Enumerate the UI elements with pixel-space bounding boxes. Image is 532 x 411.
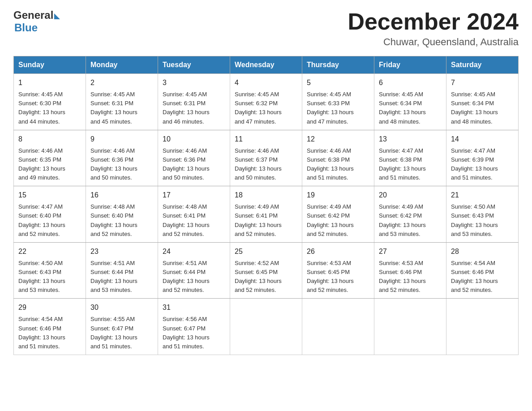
calendar-day-cell	[230, 299, 302, 355]
day-info: Sunrise: 4:51 AMSunset: 6:44 PMDaylight:…	[90, 259, 153, 295]
calendar-day-cell: 14 Sunrise: 4:47 AMSunset: 6:39 PMDaylig…	[446, 130, 519, 186]
day-info: Sunrise: 4:45 AMSunset: 6:31 PMDaylight:…	[163, 90, 225, 126]
day-number: 2	[90, 77, 153, 88]
header-saturday: Saturday	[446, 56, 519, 74]
calendar-day-cell: 20 Sunrise: 4:49 AMSunset: 6:42 PMDaylig…	[374, 186, 446, 243]
header-tuesday: Tuesday	[158, 56, 230, 74]
calendar-day-cell	[302, 299, 374, 355]
day-number: 24	[163, 246, 225, 257]
day-number: 3	[163, 77, 225, 88]
day-info: Sunrise: 4:55 AMSunset: 6:47 PMDaylight:…	[90, 315, 153, 351]
day-number: 13	[379, 134, 442, 145]
day-number: 25	[235, 246, 297, 257]
day-info: Sunrise: 4:45 AMSunset: 6:34 PMDaylight:…	[379, 90, 442, 126]
calendar-day-cell: 4 Sunrise: 4:45 AMSunset: 6:32 PMDayligh…	[230, 74, 302, 130]
day-number: 15	[18, 190, 81, 201]
day-info: Sunrise: 4:53 AMSunset: 6:46 PMDaylight:…	[379, 259, 442, 295]
calendar-day-cell: 22 Sunrise: 4:50 AMSunset: 6:43 PMDaylig…	[14, 242, 86, 299]
calendar-title: December 2024	[348, 9, 519, 34]
day-number: 12	[307, 134, 369, 145]
day-number: 17	[163, 190, 225, 201]
day-info: Sunrise: 4:47 AMSunset: 6:38 PMDaylight:…	[379, 146, 442, 183]
title-section: December 2024 Chuwar, Queensland, Austra…	[348, 9, 519, 48]
day-info: Sunrise: 4:47 AMSunset: 6:40 PMDaylight:…	[18, 202, 81, 239]
calendar-day-cell: 30 Sunrise: 4:55 AMSunset: 6:47 PMDaylig…	[86, 299, 158, 355]
header-thursday: Thursday	[302, 56, 374, 74]
calendar-day-cell: 10 Sunrise: 4:46 AMSunset: 6:36 PMDaylig…	[158, 130, 230, 186]
day-info: Sunrise: 4:51 AMSunset: 6:44 PMDaylight:…	[163, 259, 225, 295]
calendar-day-cell: 26 Sunrise: 4:53 AMSunset: 6:45 PMDaylig…	[302, 242, 374, 299]
day-number: 22	[18, 246, 81, 257]
day-number: 16	[90, 190, 153, 201]
calendar-day-cell: 18 Sunrise: 4:49 AMSunset: 6:41 PMDaylig…	[230, 186, 302, 243]
day-number: 10	[163, 134, 225, 145]
day-info: Sunrise: 4:45 AMSunset: 6:33 PMDaylight:…	[307, 90, 369, 126]
day-number: 28	[451, 246, 514, 257]
header-monday: Monday	[86, 56, 158, 74]
day-number: 1	[18, 77, 81, 88]
day-number: 20	[379, 190, 442, 201]
calendar-day-cell: 19 Sunrise: 4:49 AMSunset: 6:42 PMDaylig…	[302, 186, 374, 243]
day-number: 19	[307, 190, 369, 201]
logo: General Blue	[13, 9, 60, 34]
calendar-day-cell: 6 Sunrise: 4:45 AMSunset: 6:34 PMDayligh…	[374, 74, 446, 130]
logo-arrow-icon	[54, 13, 60, 19]
day-info: Sunrise: 4:48 AMSunset: 6:41 PMDaylight:…	[163, 202, 225, 239]
day-info: Sunrise: 4:47 AMSunset: 6:39 PMDaylight:…	[451, 146, 514, 183]
day-info: Sunrise: 4:48 AMSunset: 6:40 PMDaylight:…	[90, 202, 153, 239]
page-header: General Blue December 2024 Chuwar, Queen…	[13, 9, 519, 48]
header-wednesday: Wednesday	[230, 56, 302, 74]
calendar-day-cell: 8 Sunrise: 4:46 AMSunset: 6:35 PMDayligh…	[14, 130, 86, 186]
day-info: Sunrise: 4:50 AMSunset: 6:43 PMDaylight:…	[18, 259, 81, 295]
day-info: Sunrise: 4:46 AMSunset: 6:35 PMDaylight:…	[18, 146, 81, 183]
calendar-day-cell: 15 Sunrise: 4:47 AMSunset: 6:40 PMDaylig…	[14, 186, 86, 243]
day-number: 5	[307, 77, 369, 88]
calendar-day-cell: 27 Sunrise: 4:53 AMSunset: 6:46 PMDaylig…	[374, 242, 446, 299]
calendar-day-cell: 9 Sunrise: 4:46 AMSunset: 6:36 PMDayligh…	[86, 130, 158, 186]
calendar-week-row: 29 Sunrise: 4:54 AMSunset: 6:46 PMDaylig…	[14, 299, 519, 355]
calendar-day-cell: 16 Sunrise: 4:48 AMSunset: 6:40 PMDaylig…	[86, 186, 158, 243]
day-info: Sunrise: 4:50 AMSunset: 6:43 PMDaylight:…	[451, 202, 514, 239]
calendar-table: Sunday Monday Tuesday Wednesday Thursday…	[13, 56, 519, 355]
day-number: 4	[235, 77, 297, 88]
day-number: 23	[90, 246, 153, 257]
day-number: 18	[235, 190, 297, 201]
calendar-header-row: Sunday Monday Tuesday Wednesday Thursday…	[14, 56, 519, 74]
calendar-day-cell: 28 Sunrise: 4:54 AMSunset: 6:46 PMDaylig…	[446, 242, 519, 299]
calendar-subtitle: Chuwar, Queensland, Australia	[348, 36, 519, 48]
day-info: Sunrise: 4:46 AMSunset: 6:36 PMDaylight:…	[163, 146, 225, 183]
calendar-day-cell: 24 Sunrise: 4:51 AMSunset: 6:44 PMDaylig…	[158, 242, 230, 299]
day-info: Sunrise: 4:56 AMSunset: 6:47 PMDaylight:…	[163, 315, 225, 351]
day-info: Sunrise: 4:45 AMSunset: 6:30 PMDaylight:…	[18, 90, 81, 126]
day-number: 31	[163, 302, 225, 313]
day-number: 8	[18, 134, 81, 145]
calendar-day-cell: 17 Sunrise: 4:48 AMSunset: 6:41 PMDaylig…	[158, 186, 230, 243]
logo-blue-text: Blue	[14, 21, 38, 34]
day-number: 14	[451, 134, 514, 145]
calendar-week-row: 8 Sunrise: 4:46 AMSunset: 6:35 PMDayligh…	[14, 130, 519, 186]
calendar-day-cell: 13 Sunrise: 4:47 AMSunset: 6:38 PMDaylig…	[374, 130, 446, 186]
header-sunday: Sunday	[14, 56, 86, 74]
day-number: 9	[90, 134, 153, 145]
day-number: 21	[451, 190, 514, 201]
day-number: 6	[379, 77, 442, 88]
day-info: Sunrise: 4:54 AMSunset: 6:46 PMDaylight:…	[451, 259, 514, 295]
day-info: Sunrise: 4:46 AMSunset: 6:38 PMDaylight:…	[307, 146, 369, 183]
calendar-day-cell: 1 Sunrise: 4:45 AMSunset: 6:30 PMDayligh…	[14, 74, 86, 130]
calendar-day-cell: 3 Sunrise: 4:45 AMSunset: 6:31 PMDayligh…	[158, 74, 230, 130]
day-info: Sunrise: 4:45 AMSunset: 6:32 PMDaylight:…	[235, 90, 297, 126]
calendar-day-cell: 7 Sunrise: 4:45 AMSunset: 6:34 PMDayligh…	[446, 74, 519, 130]
calendar-day-cell: 25 Sunrise: 4:52 AMSunset: 6:45 PMDaylig…	[230, 242, 302, 299]
day-number: 26	[307, 246, 369, 257]
calendar-day-cell: 12 Sunrise: 4:46 AMSunset: 6:38 PMDaylig…	[302, 130, 374, 186]
day-info: Sunrise: 4:53 AMSunset: 6:45 PMDaylight:…	[307, 259, 369, 295]
calendar-week-row: 22 Sunrise: 4:50 AMSunset: 6:43 PMDaylig…	[14, 242, 519, 299]
day-number: 11	[235, 134, 297, 145]
day-info: Sunrise: 4:46 AMSunset: 6:36 PMDaylight:…	[90, 146, 153, 183]
calendar-day-cell: 2 Sunrise: 4:45 AMSunset: 6:31 PMDayligh…	[86, 74, 158, 130]
calendar-day-cell: 31 Sunrise: 4:56 AMSunset: 6:47 PMDaylig…	[158, 299, 230, 355]
calendar-day-cell: 23 Sunrise: 4:51 AMSunset: 6:44 PMDaylig…	[86, 242, 158, 299]
day-info: Sunrise: 4:52 AMSunset: 6:45 PMDaylight:…	[235, 259, 297, 295]
calendar-day-cell: 5 Sunrise: 4:45 AMSunset: 6:33 PMDayligh…	[302, 74, 374, 130]
day-number: 7	[451, 77, 514, 88]
